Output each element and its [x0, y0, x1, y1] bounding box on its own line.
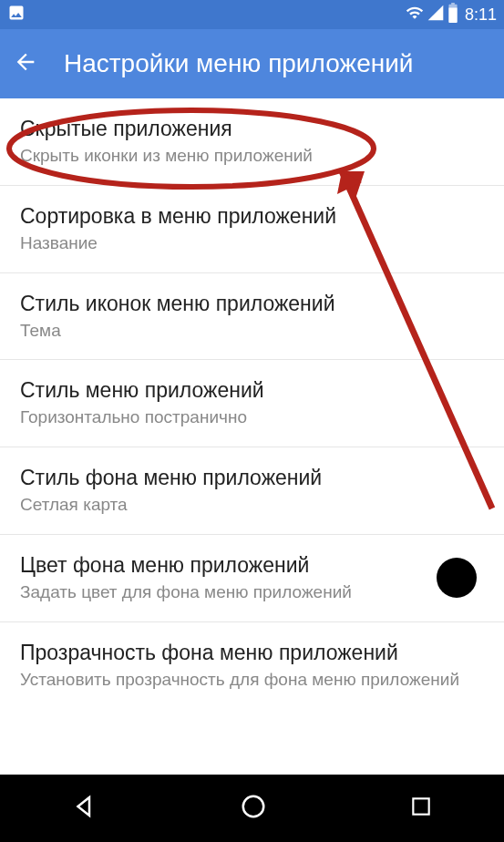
setting-title: Сортировка в меню приложений: [20, 204, 484, 229]
setting-menu-style[interactable]: Стиль меню приложений Горизонтально пост…: [0, 360, 504, 447]
setting-title: Стиль меню приложений: [20, 378, 484, 403]
setting-title: Цвет фона меню приложений: [20, 553, 484, 578]
signal-icon: [427, 4, 445, 26]
svg-rect-5: [413, 798, 428, 814]
setting-title: Прозрачность фона меню приложений: [20, 641, 484, 665]
setting-hidden-apps[interactable]: Скрытые приложения Скрыть иконки из меню…: [0, 98, 504, 186]
nav-home-icon[interactable]: [240, 793, 267, 824]
navigation-bar: [0, 775, 504, 842]
setting-bg-opacity[interactable]: Прозрачность фона меню приложений Устано…: [0, 622, 504, 709]
nav-recent-icon[interactable]: [409, 795, 433, 822]
setting-subtitle: Горизонтально постранично: [20, 406, 484, 428]
page-title: Настройки меню приложений: [64, 49, 413, 78]
svg-point-4: [243, 796, 264, 817]
app-bar: Настройки меню приложений: [0, 29, 504, 98]
nav-back-icon[interactable]: [71, 793, 98, 824]
setting-bg-style[interactable]: Стиль фона меню приложений Сетлая карта: [0, 447, 504, 535]
setting-bg-color[interactable]: Цвет фона меню приложений Задать цвет дл…: [0, 535, 504, 622]
status-time: 8:11: [465, 5, 497, 25]
wifi-icon: [405, 4, 425, 26]
back-icon[interactable]: [13, 49, 38, 78]
setting-title: Стиль иконок меню приложений: [20, 292, 484, 316]
battery-icon: [447, 3, 459, 27]
setting-subtitle: Задать цвет для фона меню приложений: [20, 581, 484, 603]
setting-sort[interactable]: Сортировка в меню приложений Название: [0, 186, 504, 273]
color-swatch[interactable]: [437, 558, 477, 598]
setting-subtitle: Название: [20, 232, 484, 254]
setting-subtitle: Тема: [20, 320, 484, 342]
setting-subtitle: Сетлая карта: [20, 494, 484, 516]
setting-subtitle: Установить прозрачность для фона меню пр…: [20, 669, 484, 691]
settings-list: Скрытые приложения Скрыть иконки из меню…: [0, 98, 504, 775]
setting-icon-style[interactable]: Стиль иконок меню приложений Тема: [0, 273, 504, 361]
picture-icon: [7, 4, 26, 26]
setting-subtitle: Скрыть иконки из меню приложений: [20, 145, 484, 167]
setting-title: Скрытые приложения: [20, 117, 484, 141]
status-bar: 8:11: [0, 0, 504, 29]
setting-title: Стиль фона меню приложений: [20, 466, 484, 490]
